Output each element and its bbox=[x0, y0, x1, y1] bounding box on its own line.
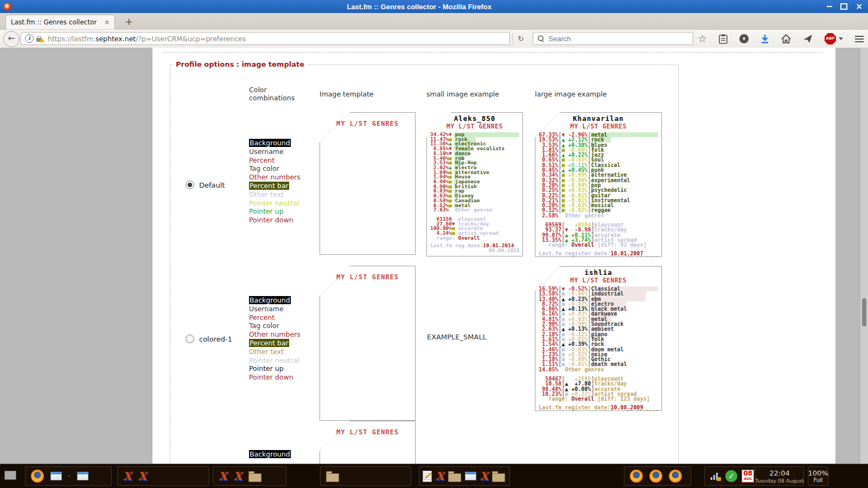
dotted-divider bbox=[162, 52, 824, 53]
key-background: Background bbox=[249, 139, 291, 147]
tab-close-icon[interactable]: × bbox=[104, 18, 110, 26]
clock-widget[interactable]: 22:04 Tuesday 08 August bbox=[755, 466, 804, 486]
example-header: MY L/ST GENRES bbox=[535, 277, 661, 284]
tab-bar: Last.fm :: Genres collector × + bbox=[0, 13, 868, 30]
taskbar-group-4 bbox=[320, 466, 411, 486]
window-icon[interactable] bbox=[465, 472, 476, 480]
window-controls: × bbox=[827, 3, 863, 11]
key-percent-bar: Percent bar bbox=[249, 339, 289, 347]
key-other-text: Other text bbox=[249, 348, 284, 356]
example-username: Aleks_850 bbox=[427, 114, 522, 123]
taskbar-group-3: X X bbox=[213, 466, 286, 486]
firefox-icon[interactable] bbox=[630, 470, 643, 483]
xterm-icon[interactable]: X bbox=[138, 471, 147, 481]
clock-time: 22:04 bbox=[769, 469, 789, 477]
firefox-icon[interactable] bbox=[31, 470, 44, 483]
range-row: range: Overall [diff: 123 days] bbox=[535, 396, 661, 401]
generated-row: 08.08.2015 bbox=[427, 248, 522, 253]
info-icon[interactable]: i bbox=[25, 34, 34, 43]
search-field[interactable] bbox=[533, 32, 693, 45]
home-icon[interactable] bbox=[781, 34, 791, 43]
pocket-icon[interactable]: ∨ bbox=[739, 34, 749, 43]
window-icon[interactable] bbox=[50, 472, 62, 480]
search-input[interactable] bbox=[547, 34, 693, 43]
folder-icon[interactable] bbox=[492, 473, 505, 482]
battery-percent: 100% bbox=[808, 469, 828, 477]
xterm-icon[interactable]: X bbox=[219, 471, 227, 481]
scrollbar-thumb[interactable] bbox=[862, 298, 866, 326]
page-content: Profile options : image template Color c… bbox=[152, 48, 835, 464]
chevron-down-icon[interactable] bbox=[839, 37, 843, 40]
folder-icon[interactable] bbox=[448, 473, 461, 482]
adblock-plus-icon[interactable]: ABP bbox=[825, 33, 836, 44]
taskbar-group-1 bbox=[25, 466, 112, 486]
key-pointer-neutral: Pointer neutral bbox=[249, 199, 299, 207]
tab-title: Last.fm :: Genres collector bbox=[11, 18, 101, 26]
adblock-group: ABP bbox=[825, 33, 843, 44]
option-row-colored-1: colored-1 bbox=[186, 335, 232, 343]
clock-date: Tuesday 08 August bbox=[755, 478, 804, 484]
template-title: MY L/ST GENRES bbox=[320, 428, 416, 436]
reload-icon[interactable]: ↻ bbox=[512, 33, 529, 44]
battery-widget[interactable]: 100% Full bbox=[808, 466, 828, 486]
color-key-list-partial: Background bbox=[249, 450, 291, 458]
minimize-icon[interactable] bbox=[827, 6, 832, 7]
key-other-text: Other text bbox=[249, 190, 284, 198]
folder-icon[interactable] bbox=[326, 473, 339, 482]
fieldset-legend: Profile options : image template bbox=[173, 60, 307, 68]
radio-default[interactable] bbox=[186, 181, 194, 189]
show-desktop-button[interactable] bbox=[4, 471, 16, 480]
folder-icon[interactable] bbox=[248, 473, 261, 482]
key-percent-bar: Percent bar bbox=[249, 182, 289, 190]
network-signal-icon[interactable] bbox=[710, 471, 721, 481]
image-template-box: MY L/ST GENRES bbox=[320, 421, 416, 464]
firefox-icon[interactable] bbox=[649, 470, 662, 483]
close-icon[interactable]: × bbox=[856, 3, 863, 11]
other-genres-row: 7.63% Other genres bbox=[427, 208, 522, 213]
insecure-lock-icon[interactable] bbox=[36, 34, 44, 43]
new-tab-button[interactable]: + bbox=[125, 16, 133, 27]
template-title: MY L/ST GENRES bbox=[320, 120, 416, 127]
battery-state: Full bbox=[813, 477, 822, 483]
key-pointer-up: Pointer up bbox=[249, 364, 284, 373]
window-titlebar: Last.fm :: Genres collector - Mozilla Fi… bbox=[0, 0, 868, 13]
radio-colored-1[interactable] bbox=[186, 335, 194, 343]
taskbar-group-5: X X bbox=[419, 466, 510, 486]
large-example-image: ishliaMY L/ST GENRES16.59%[▼ -0.52%]Clas… bbox=[535, 266, 662, 411]
update-ok-icon[interactable]: ✓ bbox=[725, 470, 737, 482]
url-bar[interactable]: i https://lastfm.sephtex.net/?p=UserCRM&… bbox=[21, 32, 510, 45]
back-button[interactable]: ← bbox=[3, 31, 20, 47]
key-percent: Percent bbox=[249, 313, 275, 322]
column-header-large: large image example bbox=[535, 90, 607, 98]
key-pointer-down: Pointer down bbox=[249, 216, 293, 224]
calendar-icon[interactable]: 08 AUG bbox=[742, 470, 754, 483]
vertical-scrollbar[interactable] bbox=[860, 48, 868, 464]
window-icon[interactable] bbox=[77, 472, 88, 480]
image-template-box: MY L/ST GENRES bbox=[320, 266, 416, 421]
option-row-default: Default bbox=[186, 181, 225, 189]
key-pointer-up: Pointer up bbox=[249, 207, 284, 215]
reading-list-icon[interactable] bbox=[719, 34, 727, 44]
xterm-icon[interactable]: X bbox=[480, 471, 489, 481]
xterm-icon[interactable]: X bbox=[436, 471, 444, 481]
tab-genres-collector[interactable]: Last.fm :: Genres collector × bbox=[5, 15, 115, 29]
key-tag-color: Tag color bbox=[249, 322, 279, 330]
key-other-numbers: Other numbers bbox=[249, 330, 301, 338]
key-other-numbers: Other numbers bbox=[249, 173, 301, 181]
taskbar-group-6 bbox=[624, 466, 691, 486]
download-icon[interactable] bbox=[761, 34, 769, 44]
firefox-active-task[interactable] bbox=[68, 475, 71, 477]
lock-icon bbox=[717, 477, 721, 481]
notepad-icon[interactable] bbox=[423, 471, 432, 482]
firefox-icon[interactable] bbox=[669, 470, 682, 483]
maximize-icon[interactable] bbox=[840, 3, 847, 10]
menu-icon[interactable] bbox=[855, 36, 864, 42]
bookmark-star-icon[interactable]: ☆ bbox=[698, 34, 707, 44]
color-key-list-colored-1: Background Username Percent Tag color Ot… bbox=[249, 296, 301, 382]
profile-options-fieldset: Profile options : image template Color c… bbox=[170, 65, 679, 464]
xterm-icon[interactable]: X bbox=[234, 471, 242, 481]
browser-viewport: Profile options : image template Color c… bbox=[0, 48, 868, 464]
url-scheme: https://lastfm. bbox=[48, 35, 95, 43]
xterm-icon[interactable]: X bbox=[123, 471, 132, 481]
share-icon[interactable] bbox=[803, 34, 813, 43]
